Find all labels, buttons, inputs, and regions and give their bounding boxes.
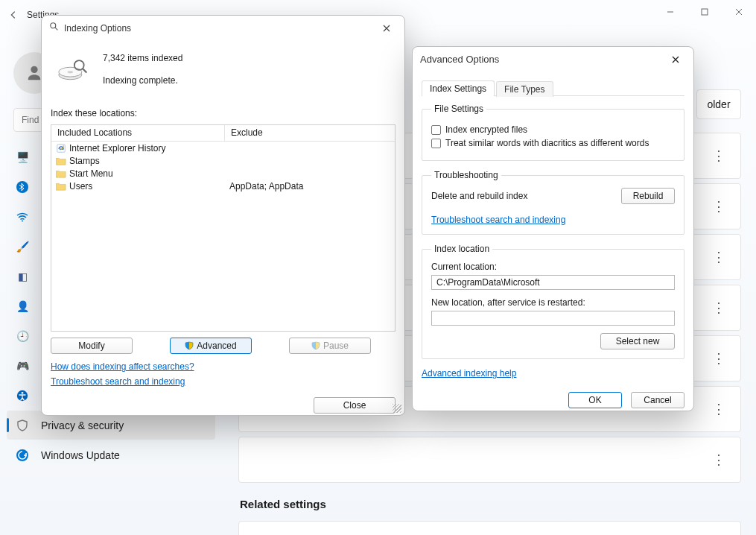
current-location-label: Current location: — [431, 262, 675, 272]
location-row[interactable]: UsersAppData; AppData — [51, 180, 395, 192]
index-locations-label: Index these locations: — [51, 108, 396, 118]
index-location-legend: Index location — [431, 244, 492, 254]
resize-grip[interactable] — [393, 404, 401, 413]
location-row[interactable]: Stamps — [51, 154, 395, 167]
current-location-field[interactable]: C:\ProgramData\Microsoft — [431, 275, 675, 290]
close-dialog-button[interactable]: Close — [314, 397, 396, 414]
indexing-body: 7,342 items indexed Indexing complete. I… — [42, 41, 404, 422]
location-name: Users — [69, 181, 92, 191]
index-encrypted-checkbox[interactable]: Index encrypted files — [431, 124, 675, 135]
more-icon: ⋮ — [712, 249, 725, 265]
advanced-options-dialog: Advanced Options Index Settings File Typ… — [412, 46, 694, 411]
select-new-button[interactable]: Select new — [600, 333, 675, 349]
window-caption-buttons — [653, 0, 756, 24]
shield-icon — [311, 341, 320, 350]
ok-button[interactable]: OK — [568, 392, 622, 408]
back-button[interactable] — [0, 0, 27, 30]
drive-search-icon — [57, 53, 89, 86]
location-name: Internet Explorer History — [69, 143, 165, 153]
advanced-tabs: Index Settings File Types — [422, 80, 684, 96]
location-name: Stamps — [69, 156, 100, 166]
modify-button[interactable]: Modify — [51, 338, 133, 354]
location-name: Start Menu — [69, 168, 113, 179]
more-icon: ⋮ — [712, 198, 725, 215]
more-icon: ⋮ — [712, 452, 725, 468]
close-button[interactable] — [722, 0, 756, 24]
sidebar-item-label: Windows Update — [41, 449, 120, 461]
more-icon: ⋮ — [712, 350, 725, 367]
svg-rect-0 — [702, 9, 708, 15]
advanced-title: Advanced Options — [420, 54, 499, 65]
col-exclude[interactable]: Exclude — [225, 125, 395, 141]
checkbox-icon — [431, 139, 441, 148]
rebuild-button[interactable]: Rebuild — [621, 188, 675, 204]
checkbox-icon — [431, 125, 441, 135]
settings-card[interactable]: ⋮ — [238, 437, 741, 483]
sidebar-icon: 🕘 — [16, 329, 29, 343]
sidebar-icon: ◧ — [16, 270, 29, 283]
search-index-icon — [49, 22, 60, 34]
cancel-button[interactable]: Cancel — [631, 392, 684, 408]
advanced-indexing-help-link[interactable]: Advanced indexing help — [422, 368, 516, 379]
locations-header: Included Locations Exclude — [51, 125, 395, 142]
more-icon: ⋮ — [712, 401, 725, 417]
col-included[interactable]: Included Locations — [51, 125, 225, 141]
troubleshoot-link[interactable]: Troubleshoot search and indexing — [431, 215, 565, 225]
minimize-button[interactable] — [653, 0, 687, 24]
sidebar-icon — [16, 389, 29, 402]
new-location-label: New location, after service is restarted… — [431, 297, 675, 308]
sidebar-icon — [16, 449, 29, 462]
more-icon: ⋮ — [712, 148, 725, 164]
svg-point-4 — [22, 391, 24, 393]
troubleshooting-group: Troubleshooting Delete and rebuild index… — [422, 170, 684, 235]
advanced-body: Index Settings File Types File Settings … — [413, 72, 693, 417]
svg-point-7 — [51, 23, 56, 28]
location-exclude: AppData; AppData — [229, 181, 303, 191]
advanced-close-button[interactable] — [665, 51, 686, 68]
sidebar-icon — [16, 419, 29, 432]
indexing-title: Indexing Options — [64, 23, 131, 34]
sidebar-icon — [16, 210, 29, 224]
advanced-titlebar: Advanced Options — [413, 47, 693, 72]
indexing-status-text: Indexing complete. — [103, 75, 182, 86]
new-location-field[interactable] — [431, 311, 675, 326]
sidebar-icon: 👤 — [16, 300, 29, 313]
sidebar-item-windows-update[interactable]: Windows Update — [7, 440, 215, 469]
related-settings-header: Related settings — [240, 498, 741, 510]
rebuild-text: Delete and rebuild index — [431, 191, 527, 201]
svg-point-10 — [68, 71, 73, 73]
indexing-titlebar: Indexing Options — [42, 16, 404, 41]
related-advanced-indexing-options[interactable]: Advanced indexing options — [238, 521, 741, 535]
indexing-options-dialog: Indexing Options 7,342 items indexed Ind… — [41, 15, 405, 416]
troubleshoot-indexing-link[interactable]: Troubleshoot search and indexing — [51, 376, 396, 387]
index-location-group: Index location Current location: C:\Prog… — [422, 244, 684, 359]
file-settings-group: File Settings Index encrypted files Trea… — [422, 104, 684, 161]
location-row[interactable]: Start Menu — [51, 167, 395, 180]
tab-file-types[interactable]: File Types — [496, 81, 553, 97]
advanced-button[interactable]: Advanced — [170, 338, 252, 354]
troubleshooting-legend: Troubleshooting — [431, 170, 501, 180]
diacritics-checkbox[interactable]: Treat similar words with diacritics as d… — [431, 138, 675, 148]
shield-icon — [185, 341, 194, 350]
how-indexing-link[interactable]: How does indexing affect searches? — [51, 361, 396, 372]
sidebar-icon: 🖌️ — [16, 240, 29, 253]
file-settings-legend: File Settings — [431, 104, 486, 114]
items-indexed-text: 7,342 items indexed — [103, 53, 182, 63]
sidebar-icon — [16, 180, 29, 194]
maximize-button[interactable] — [687, 0, 722, 24]
locations-listview[interactable]: Included Locations Exclude Internet Expl… — [51, 124, 396, 332]
sidebar-icon: 🎮 — [16, 359, 29, 373]
indexing-close-button[interactable] — [376, 20, 397, 37]
sidebar-icon: 🖥️ — [16, 151, 29, 164]
svg-point-11 — [74, 60, 84, 70]
pause-button[interactable]: Pause — [289, 338, 371, 354]
tab-index-settings[interactable]: Index Settings — [422, 80, 495, 96]
partial-card[interactable]: older — [696, 89, 741, 119]
more-icon: ⋮ — [712, 300, 725, 316]
location-row[interactable]: Internet Explorer History — [51, 142, 395, 154]
svg-point-1 — [16, 181, 28, 193]
svg-point-2 — [22, 220, 23, 221]
